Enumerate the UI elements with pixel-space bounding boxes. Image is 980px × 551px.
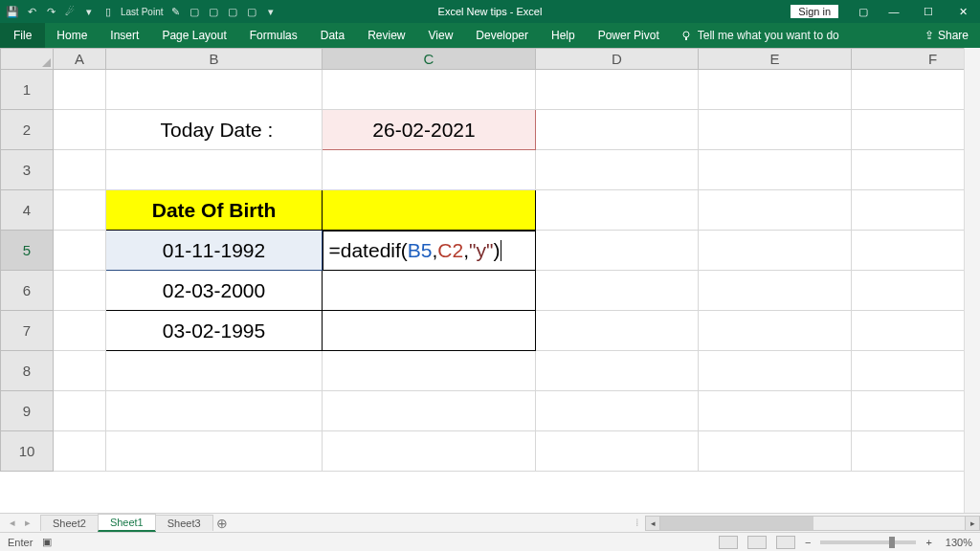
cell-C8[interactable]	[323, 351, 536, 391]
cell-C6[interactable]	[323, 271, 536, 311]
cell-F4[interactable]	[852, 190, 981, 231]
cell-F3[interactable]	[852, 150, 981, 190]
cell-C3[interactable]	[323, 150, 536, 190]
cell-C4[interactable]	[323, 190, 536, 231]
row-header-10[interactable]: 10	[1, 431, 54, 472]
cell-F8[interactable]	[852, 351, 981, 391]
filter-icon[interactable]: ▾	[82, 5, 96, 18]
view-page-layout-icon[interactable]	[747, 536, 767, 549]
new-sheet-button[interactable]: ⊕	[212, 516, 232, 531]
row-header-9[interactable]: 9	[1, 391, 54, 431]
tab-page-layout[interactable]: Page Layout	[150, 23, 237, 48]
cell-E4[interactable]	[699, 190, 852, 231]
col-header-D[interactable]: D	[536, 49, 699, 70]
view-normal-icon[interactable]	[719, 536, 738, 549]
cell-B8[interactable]	[106, 351, 323, 391]
tab-insert[interactable]: Insert	[99, 23, 150, 48]
tab-power-pivot[interactable]: Power Pivot	[587, 23, 671, 48]
qa-more-2-icon[interactable]: ▢	[207, 5, 220, 18]
zoom-slider[interactable]	[820, 540, 916, 544]
cell-E9[interactable]	[699, 391, 852, 431]
tab-formulas[interactable]: Formulas	[238, 23, 309, 48]
view-page-break-icon[interactable]	[776, 536, 795, 549]
cell-D9[interactable]	[536, 391, 699, 431]
cell-A4[interactable]	[54, 190, 106, 231]
cell-D6[interactable]	[536, 271, 699, 311]
cell-D3[interactable]	[536, 150, 699, 190]
row-header-8[interactable]: 8	[1, 351, 54, 391]
tab-nav-next-icon[interactable]: ▸	[21, 517, 34, 529]
cell-D4[interactable]	[536, 190, 699, 231]
chart-icon[interactable]: ▯	[101, 5, 115, 18]
hscroll-track[interactable]	[660, 516, 965, 531]
tab-help[interactable]: Help	[540, 23, 587, 48]
touch-icon[interactable]: ☄	[63, 5, 77, 18]
tab-nav-prev-icon[interactable]: ◂	[6, 517, 19, 529]
cell-F5[interactable]	[852, 231, 981, 271]
tab-data[interactable]: Data	[309, 23, 356, 48]
zoom-out-icon[interactable]: −	[805, 537, 811, 548]
cell-E10[interactable]	[699, 431, 852, 472]
zoom-slider-knob[interactable]	[889, 537, 895, 548]
qa-more-3-icon[interactable]: ▢	[226, 5, 239, 18]
cell-E6[interactable]	[699, 271, 852, 311]
sheet-tab-sheet1[interactable]: Sheet1	[98, 514, 156, 532]
cell-C1[interactable]	[323, 70, 536, 110]
select-all-corner[interactable]	[1, 49, 54, 70]
tell-me-search[interactable]: Tell me what you want to do	[671, 23, 839, 48]
cell-D1[interactable]	[536, 70, 699, 110]
hscroll-thumb[interactable]	[660, 517, 813, 530]
row-header-3[interactable]: 3	[1, 150, 54, 190]
col-header-A[interactable]: A	[54, 49, 106, 70]
cell-F9[interactable]	[852, 391, 981, 431]
cell-D7[interactable]	[536, 311, 699, 351]
cell-B4[interactable]: Date Of Birth	[106, 190, 323, 231]
sheet-tab-sheet3[interactable]: Sheet3	[155, 515, 213, 531]
cell-B5[interactable]: 01-11-1992	[106, 231, 323, 271]
cell-A5[interactable]	[54, 231, 106, 271]
cell-D2[interactable]	[536, 110, 699, 150]
edit-icon[interactable]: ✎	[168, 5, 182, 18]
sign-in-button[interactable]: Sign in	[791, 5, 838, 18]
cell-F7[interactable]	[852, 311, 981, 351]
qa-more-1-icon[interactable]: ▢	[188, 5, 201, 18]
cell-F6[interactable]	[852, 271, 981, 311]
cell-E5[interactable]	[699, 231, 852, 271]
cell-B1[interactable]	[106, 70, 323, 110]
minimize-icon[interactable]: —	[877, 0, 911, 23]
cell-A9[interactable]	[54, 391, 106, 431]
hscroll-left-icon[interactable]: ◂	[645, 516, 660, 531]
row-header-7[interactable]: 7	[1, 311, 54, 351]
spreadsheet-grid[interactable]: A B C D E F 1	[0, 48, 980, 513]
cell-E2[interactable]	[699, 110, 852, 150]
col-header-C[interactable]: C	[323, 49, 536, 70]
qa-dropdown-icon[interactable]: ▾	[264, 5, 278, 18]
col-header-E[interactable]: E	[699, 49, 852, 70]
cell-B10[interactable]	[106, 431, 323, 472]
cell-A7[interactable]	[54, 311, 106, 351]
last-point-label[interactable]: Last Point	[121, 5, 163, 18]
cell-A6[interactable]	[54, 271, 106, 311]
cell-E3[interactable]	[699, 150, 852, 190]
tab-developer[interactable]: Developer	[464, 23, 540, 48]
ribbon-options-icon[interactable]: ▢	[850, 0, 877, 23]
vertical-scrollbar[interactable]	[964, 48, 980, 513]
file-tab[interactable]: File	[0, 23, 45, 48]
row-header-4[interactable]: 4	[1, 190, 54, 231]
cell-A1[interactable]	[54, 70, 106, 110]
sheet-tab-sheet2[interactable]: Sheet2	[40, 515, 99, 531]
tab-view[interactable]: View	[417, 23, 465, 48]
cell-F10[interactable]	[852, 431, 981, 472]
tab-review[interactable]: Review	[356, 23, 416, 48]
cell-D5[interactable]	[536, 231, 699, 271]
cell-C9[interactable]	[323, 391, 536, 431]
cell-A2[interactable]	[54, 110, 106, 150]
horizontal-scrollbar[interactable]: ⁞ ◂ ▸	[635, 516, 980, 531]
col-header-F[interactable]: F	[852, 49, 981, 70]
cell-A3[interactable]	[54, 150, 106, 190]
cell-B3[interactable]	[106, 150, 323, 190]
qa-more-4-icon[interactable]: ▢	[245, 5, 258, 18]
cell-E1[interactable]	[699, 70, 852, 110]
undo-icon[interactable]: ↶	[25, 5, 38, 18]
cell-A8[interactable]	[54, 351, 106, 391]
